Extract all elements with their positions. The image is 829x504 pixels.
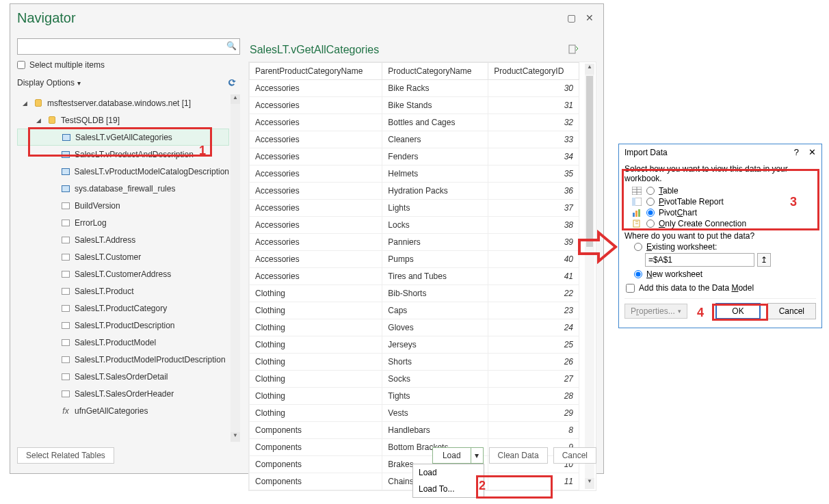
tree-item[interactable]: SalesLT.Address xyxy=(17,231,229,248)
display-options-button[interactable]: Display Options ▾ xyxy=(17,78,81,88)
option-pivotchart-row[interactable]: PivotChart xyxy=(631,208,816,217)
table-row[interactable]: AccessoriesLocks38 xyxy=(250,217,579,234)
table-row[interactable]: AccessoriesBike Racks30 xyxy=(250,80,579,97)
search-input[interactable] xyxy=(17,38,240,55)
scroll-up-icon[interactable]: ▲ xyxy=(231,94,240,104)
table-row[interactable]: ClothingTights28 xyxy=(250,388,579,405)
table-row[interactable]: ComponentsHandlebars8 xyxy=(250,422,579,439)
option-existing-label: Existing worksheet: xyxy=(646,242,717,252)
select-related-button[interactable]: Select Related Tables xyxy=(17,447,114,464)
table-row[interactable]: AccessoriesPumps40 xyxy=(250,251,579,268)
menu-load-to[interactable]: Load To... xyxy=(413,481,484,497)
option-onlyconn-radio[interactable] xyxy=(646,220,655,228)
table-cell: 25 xyxy=(488,336,579,354)
scroll-down-icon[interactable]: ▼ xyxy=(585,478,594,489)
select-multiple-row[interactable]: Select multiple items xyxy=(17,60,240,70)
tree-item[interactable]: SalesLT.SalesOrderDetail xyxy=(17,368,229,385)
column-header[interactable]: ParentProductCategoryName xyxy=(250,63,382,80)
option-existing-row[interactable]: Existing worksheet: xyxy=(634,242,816,252)
table-cell: Accessories xyxy=(250,97,382,114)
tree-item[interactable]: sys.database_firewall_rules xyxy=(17,180,229,197)
table-row[interactable]: ClothingSocks27 xyxy=(250,371,579,388)
tree-item[interactable]: ErrorLog xyxy=(17,214,229,231)
close-icon[interactable]: ✕ xyxy=(585,12,594,23)
column-header[interactable]: ProductCategoryID xyxy=(488,63,579,80)
table-row[interactable]: AccessoriesBottles and Cages32 xyxy=(250,114,579,131)
table-row[interactable]: AccessoriesFenders34 xyxy=(250,148,579,165)
data-model-checkbox[interactable] xyxy=(626,284,635,293)
tree-item[interactable]: SalesLT.ProductModel xyxy=(17,334,229,351)
ok-button[interactable]: OK xyxy=(715,303,760,319)
tree-item-label: SalesLT.Address xyxy=(75,235,135,245)
table-cell: Bottles and Cages xyxy=(382,114,488,131)
tree-item[interactable]: SalesLT.vProductAndDescription xyxy=(17,146,229,163)
table-row[interactable]: ClothingCaps23 xyxy=(250,302,579,319)
table-row[interactable]: ClothingGloves24 xyxy=(250,319,579,336)
scroll-down-icon[interactable]: ▼ xyxy=(231,432,240,442)
clean-data-button[interactable]: Clean Data xyxy=(489,447,548,464)
table-row[interactable]: ClothingBib-Shorts22 xyxy=(250,285,579,302)
search-icon[interactable]: 🔍 xyxy=(226,41,237,51)
cell-ref-input[interactable] xyxy=(645,253,754,267)
menu-load[interactable]: Load xyxy=(413,464,484,481)
option-pivottable-row[interactable]: PivotTable Report xyxy=(631,197,816,207)
tree-item[interactable]: SalesLT.Product xyxy=(17,282,229,300)
option-table-radio[interactable] xyxy=(646,187,655,195)
option-new-row[interactable]: New worksheet xyxy=(634,269,816,279)
tree-item[interactable]: SalesLT.Customer xyxy=(17,248,229,265)
tree-item[interactable]: BuildVersion xyxy=(17,197,229,214)
load-dropdown-caret[interactable]: ▾ xyxy=(471,447,484,464)
table-row[interactable]: ClothingShorts26 xyxy=(250,354,579,371)
help-icon[interactable]: ? xyxy=(794,147,799,157)
view-icon xyxy=(61,167,70,176)
table-cell: Bike Stands xyxy=(382,97,488,114)
cancel-button[interactable]: Cancel xyxy=(553,447,596,464)
maximize-icon[interactable]: ▢ xyxy=(567,12,576,23)
table-row[interactable]: ClothingVests29 xyxy=(250,405,579,422)
table-icon xyxy=(61,321,70,330)
option-pivottable-radio[interactable] xyxy=(646,198,655,206)
table-row[interactable]: AccessoriesHydration Packs36 xyxy=(250,183,579,200)
refresh-button[interactable] xyxy=(225,77,240,89)
scroll-thumb[interactable] xyxy=(586,76,593,247)
tree-item[interactable]: SalesLT.CustomerAddress xyxy=(17,265,229,282)
tree-scrollbar[interactable]: ▲ ▼ xyxy=(231,94,240,442)
option-onlyconn-row[interactable]: Only Create Connection xyxy=(631,219,816,228)
preview-options-button[interactable] xyxy=(568,44,580,56)
scroll-up-icon[interactable]: ▲ xyxy=(585,64,594,75)
tree-server[interactable]: ◢ msftestserver.database.windows.net [1] xyxy=(17,94,229,111)
tree-item[interactable]: SalesLT.ProductCategory xyxy=(17,300,229,317)
table-cell: Caps xyxy=(382,302,488,319)
import-cancel-button[interactable]: Cancel xyxy=(767,303,816,319)
table-row[interactable]: AccessoriesBike Stands31 xyxy=(250,97,579,114)
option-table-row[interactable]: Table xyxy=(631,186,816,196)
close-icon[interactable]: ✕ xyxy=(808,147,816,157)
table-row[interactable]: ClothingJerseys25 xyxy=(250,336,579,354)
table-row[interactable]: AccessoriesLights37 xyxy=(250,200,579,217)
table-cell: 41 xyxy=(488,268,579,285)
tree-item[interactable]: SalesLT.ProductDescription xyxy=(17,317,229,334)
table-row[interactable]: AccessoriesPanniers39 xyxy=(250,234,579,251)
tree-item[interactable]: SalesLT.SalesOrderHeader xyxy=(17,385,229,402)
data-model-row[interactable]: Add this data to the Data Model xyxy=(626,283,816,293)
table-cell: 35 xyxy=(488,165,579,183)
tree-item[interactable]: fxufnGetAllCategories xyxy=(17,402,229,419)
option-new-radio[interactable] xyxy=(634,270,642,278)
column-header[interactable]: ProductCategoryName xyxy=(382,63,488,80)
preview-scrollbar[interactable]: ▲ ▼ xyxy=(585,64,594,489)
cell-ref-picker-button[interactable]: ↥ xyxy=(757,253,771,267)
option-existing-radio[interactable] xyxy=(634,243,642,251)
table-row[interactable]: AccessoriesTires and Tubes41 xyxy=(250,268,579,285)
select-multiple-checkbox[interactable] xyxy=(17,61,25,69)
table-row[interactable]: AccessoriesCleaners33 xyxy=(250,131,579,148)
load-button[interactable]: Load xyxy=(432,447,471,464)
table-cell: 33 xyxy=(488,131,579,148)
option-pivotchart-radio[interactable] xyxy=(646,209,655,217)
table-cell: Helmets xyxy=(382,165,488,183)
svg-rect-7 xyxy=(633,213,635,217)
tree-item[interactable]: SalesLT.ProductModelProductDescription xyxy=(17,351,229,368)
tree-item[interactable]: SalesLT.vGetAllCategories xyxy=(17,129,229,146)
tree-item[interactable]: SalesLT.vProductModelCatalogDescription xyxy=(17,163,229,180)
tree-database[interactable]: ◢ TestSQLDB [19] xyxy=(17,111,229,129)
table-row[interactable]: AccessoriesHelmets35 xyxy=(250,165,579,183)
